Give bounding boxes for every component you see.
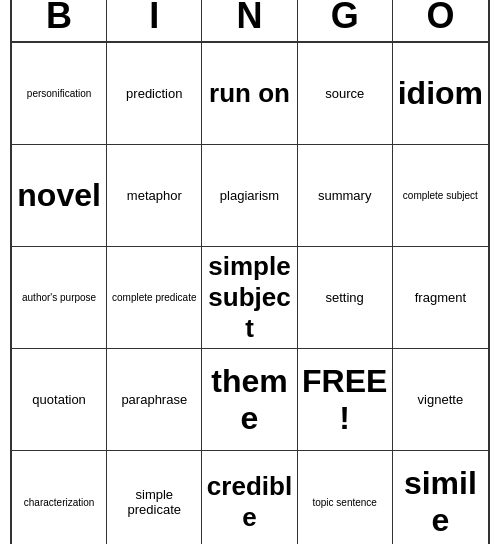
bingo-cell-20: characterization	[12, 451, 107, 544]
bingo-cell-21: simple predicate	[107, 451, 202, 544]
bingo-cell-4: idiom	[393, 43, 488, 145]
header-letter-g: G	[298, 0, 393, 41]
bingo-header: BINGO	[12, 0, 488, 43]
bingo-cell-23: topic sentence	[298, 451, 393, 544]
bingo-cell-3: source	[298, 43, 393, 145]
bingo-cell-1: prediction	[107, 43, 202, 145]
bingo-cell-8: summary	[298, 145, 393, 247]
bingo-cell-16: paraphrase	[107, 349, 202, 451]
header-letter-o: O	[393, 0, 488, 41]
bingo-grid: personificationpredictionrun onsourceidi…	[12, 43, 488, 544]
bingo-cell-0: personification	[12, 43, 107, 145]
bingo-cell-7: plagiarism	[202, 145, 297, 247]
bingo-cell-22: credible	[202, 451, 297, 544]
header-letter-b: B	[12, 0, 107, 41]
bingo-cell-10: author's purpose	[12, 247, 107, 349]
bingo-cell-2: run on	[202, 43, 297, 145]
bingo-cell-11: complete predicate	[107, 247, 202, 349]
bingo-cell-12: simple subject	[202, 247, 297, 349]
bingo-cell-24: simile	[393, 451, 488, 544]
bingo-card: BINGO personificationpredictionrun onsou…	[10, 0, 490, 544]
bingo-cell-19: vignette	[393, 349, 488, 451]
bingo-cell-13: setting	[298, 247, 393, 349]
bingo-cell-5: novel	[12, 145, 107, 247]
header-letter-n: N	[202, 0, 297, 41]
bingo-cell-17: theme	[202, 349, 297, 451]
header-letter-i: I	[107, 0, 202, 41]
bingo-cell-9: complete subject	[393, 145, 488, 247]
bingo-cell-18: FREE!	[298, 349, 393, 451]
bingo-cell-15: quotation	[12, 349, 107, 451]
bingo-cell-6: metaphor	[107, 145, 202, 247]
bingo-cell-14: fragment	[393, 247, 488, 349]
